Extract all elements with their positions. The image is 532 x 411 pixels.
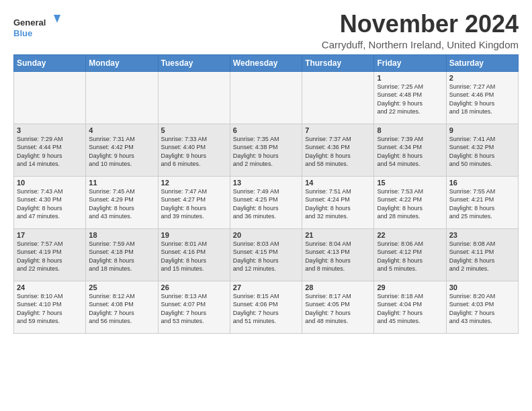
calendar-cell: 9Sunrise: 7:41 AM Sunset: 4:32 PM Daylig…: [446, 124, 518, 176]
day-number: 11: [89, 179, 154, 187]
day-info: Sunrise: 7:39 AM Sunset: 4:34 PM Dayligh…: [377, 135, 443, 169]
calendar-cell: 15Sunrise: 7:53 AM Sunset: 4:22 PM Dayli…: [374, 176, 446, 228]
calendar-cell: 7Sunrise: 7:37 AM Sunset: 4:36 PM Daylig…: [302, 124, 374, 176]
calendar-cell: 13Sunrise: 7:49 AM Sunset: 4:25 PM Dayli…: [230, 176, 302, 228]
calendar-table: SundayMondayTuesdayWednesdayThursdayFrid…: [13, 54, 519, 334]
day-number: 19: [161, 231, 227, 239]
day-number: 5: [161, 126, 227, 134]
week-row-2: 10Sunrise: 7:43 AM Sunset: 4:30 PM Dayli…: [14, 176, 519, 228]
calendar-cell: 19Sunrise: 8:01 AM Sunset: 4:16 PM Dayli…: [158, 228, 230, 281]
day-info: Sunrise: 7:33 AM Sunset: 4:40 PM Dayligh…: [161, 135, 227, 169]
calendar-cell: 1Sunrise: 7:25 AM Sunset: 4:48 PM Daylig…: [374, 71, 446, 124]
calendar-cell: 5Sunrise: 7:33 AM Sunset: 4:40 PM Daylig…: [158, 124, 230, 176]
day-info: Sunrise: 7:37 AM Sunset: 4:36 PM Dayligh…: [305, 135, 371, 169]
calendar-cell: 18Sunrise: 7:59 AM Sunset: 4:18 PM Dayli…: [86, 228, 158, 281]
day-info: Sunrise: 7:29 AM Sunset: 4:44 PM Dayligh…: [17, 135, 83, 169]
day-number: 17: [17, 231, 83, 239]
day-info: Sunrise: 8:01 AM Sunset: 4:16 PM Dayligh…: [161, 240, 227, 273]
calendar-cell: 21Sunrise: 8:04 AM Sunset: 4:13 PM Dayli…: [302, 228, 374, 281]
day-number: 20: [233, 231, 299, 239]
day-info: Sunrise: 7:43 AM Sunset: 4:30 PM Dayligh…: [17, 187, 83, 221]
day-number: 7: [305, 126, 371, 134]
calendar-cell: 25Sunrise: 8:12 AM Sunset: 4:08 PM Dayli…: [86, 281, 158, 333]
week-row-1: 3Sunrise: 7:29 AM Sunset: 4:44 PM Daylig…: [14, 124, 519, 176]
calendar-cell: [302, 71, 374, 124]
day-info: Sunrise: 8:20 AM Sunset: 4:03 PM Dayligh…: [449, 292, 515, 326]
calendar-page: General Blue November 2024 Carryduff, No…: [0, 0, 532, 411]
day-number: 1: [377, 74, 443, 82]
day-number: 15: [377, 179, 443, 187]
calendar-cell: 8Sunrise: 7:39 AM Sunset: 4:34 PM Daylig…: [374, 124, 446, 176]
calendar-cell: 28Sunrise: 8:17 AM Sunset: 4:05 PM Dayli…: [302, 281, 374, 333]
calendar-cell: 11Sunrise: 7:45 AM Sunset: 4:29 PM Dayli…: [86, 176, 158, 228]
title-block: November 2024 Carryduff, Northern Irelan…: [322, 11, 519, 50]
day-info: Sunrise: 8:10 AM Sunset: 4:10 PM Dayligh…: [17, 292, 83, 326]
day-info: Sunrise: 8:03 AM Sunset: 4:15 PM Dayligh…: [233, 240, 299, 273]
day-info: Sunrise: 8:15 AM Sunset: 4:06 PM Dayligh…: [233, 292, 299, 326]
day-number: 2: [449, 74, 515, 82]
calendar-cell: [14, 71, 86, 124]
day-info: Sunrise: 7:35 AM Sunset: 4:38 PM Dayligh…: [233, 135, 299, 169]
svg-text:Blue: Blue: [13, 28, 32, 38]
day-info: Sunrise: 7:47 AM Sunset: 4:27 PM Dayligh…: [161, 187, 227, 221]
calendar-cell: 29Sunrise: 8:18 AM Sunset: 4:04 PM Dayli…: [374, 281, 446, 333]
weekday-header-row: SundayMondayTuesdayWednesdayThursdayFrid…: [14, 54, 519, 71]
logo: General Blue: [13, 13, 60, 40]
calendar-cell: 30Sunrise: 8:20 AM Sunset: 4:03 PM Dayli…: [446, 281, 518, 333]
svg-marker-2: [54, 15, 60, 23]
day-info: Sunrise: 8:04 AM Sunset: 4:13 PM Dayligh…: [305, 240, 371, 273]
day-number: 10: [17, 179, 83, 187]
day-info: Sunrise: 7:53 AM Sunset: 4:22 PM Dayligh…: [377, 187, 443, 221]
location-title: Carryduff, Northern Ireland, United King…: [322, 39, 519, 50]
day-info: Sunrise: 7:45 AM Sunset: 4:29 PM Dayligh…: [89, 187, 154, 221]
day-number: 9: [449, 126, 515, 134]
day-number: 16: [449, 179, 515, 187]
day-number: 8: [377, 126, 443, 134]
day-number: 25: [89, 283, 154, 291]
day-number: 23: [449, 231, 515, 239]
calendar-cell: 4Sunrise: 7:31 AM Sunset: 4:42 PM Daylig…: [86, 124, 158, 176]
day-number: 12: [161, 179, 227, 187]
calendar-cell: 3Sunrise: 7:29 AM Sunset: 4:44 PM Daylig…: [14, 124, 86, 176]
day-info: Sunrise: 8:08 AM Sunset: 4:11 PM Dayligh…: [449, 240, 515, 273]
day-info: Sunrise: 7:57 AM Sunset: 4:19 PM Dayligh…: [17, 240, 83, 273]
week-row-4: 24Sunrise: 8:10 AM Sunset: 4:10 PM Dayli…: [14, 281, 519, 333]
day-info: Sunrise: 8:13 AM Sunset: 4:07 PM Dayligh…: [161, 292, 227, 326]
calendar-cell: 16Sunrise: 7:55 AM Sunset: 4:21 PM Dayli…: [446, 176, 518, 228]
calendar-cell: 20Sunrise: 8:03 AM Sunset: 4:15 PM Dayli…: [230, 228, 302, 281]
day-info: Sunrise: 7:27 AM Sunset: 4:46 PM Dayligh…: [449, 83, 515, 116]
day-info: Sunrise: 8:18 AM Sunset: 4:04 PM Dayligh…: [377, 292, 443, 326]
day-number: 14: [305, 179, 371, 187]
day-number: 29: [377, 283, 443, 291]
day-number: 3: [17, 126, 83, 134]
day-number: 27: [233, 283, 299, 291]
weekday-header-saturday: Saturday: [446, 54, 518, 71]
weekday-header-wednesday: Wednesday: [230, 54, 302, 71]
week-row-0: 1Sunrise: 7:25 AM Sunset: 4:48 PM Daylig…: [14, 71, 519, 124]
calendar-cell: [230, 71, 302, 124]
weekday-header-tuesday: Tuesday: [158, 54, 230, 71]
weekday-header-friday: Friday: [374, 54, 446, 71]
day-number: 24: [17, 283, 83, 291]
calendar-cell: [86, 71, 158, 124]
svg-text:General: General: [13, 17, 46, 28]
day-info: Sunrise: 8:12 AM Sunset: 4:08 PM Dayligh…: [89, 292, 154, 326]
header: General Blue November 2024 Carryduff, No…: [13, 11, 519, 50]
calendar-cell: 2Sunrise: 7:27 AM Sunset: 4:46 PM Daylig…: [446, 71, 518, 124]
day-number: 22: [377, 231, 443, 239]
calendar-cell: 22Sunrise: 8:06 AM Sunset: 4:12 PM Dayli…: [374, 228, 446, 281]
day-number: 30: [449, 283, 515, 291]
day-info: Sunrise: 7:41 AM Sunset: 4:32 PM Dayligh…: [449, 135, 515, 169]
calendar-cell: 17Sunrise: 7:57 AM Sunset: 4:19 PM Dayli…: [14, 228, 86, 281]
day-number: 26: [161, 283, 227, 291]
day-info: Sunrise: 7:55 AM Sunset: 4:21 PM Dayligh…: [449, 187, 515, 221]
calendar-cell: 10Sunrise: 7:43 AM Sunset: 4:30 PM Dayli…: [14, 176, 86, 228]
calendar-cell: 23Sunrise: 8:08 AM Sunset: 4:11 PM Dayli…: [446, 228, 518, 281]
day-number: 6: [233, 126, 299, 134]
calendar-cell: 6Sunrise: 7:35 AM Sunset: 4:38 PM Daylig…: [230, 124, 302, 176]
day-info: Sunrise: 7:25 AM Sunset: 4:48 PM Dayligh…: [377, 83, 443, 116]
day-info: Sunrise: 8:06 AM Sunset: 4:12 PM Dayligh…: [377, 240, 443, 273]
day-number: 28: [305, 283, 371, 291]
week-row-3: 17Sunrise: 7:57 AM Sunset: 4:19 PM Dayli…: [14, 228, 519, 281]
logo-svg: General Blue: [13, 13, 60, 40]
